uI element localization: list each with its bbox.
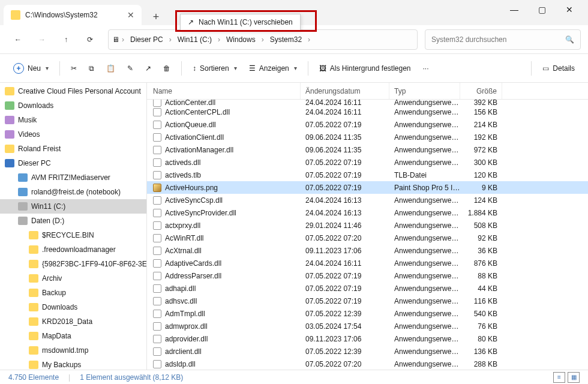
close-tab-button[interactable]: ✕ <box>127 10 134 20</box>
window-controls: — ▢ ✕ <box>500 0 583 25</box>
sidebar-item[interactable]: msdownld.tmp <box>0 343 146 358</box>
crumb-pc[interactable]: Dieser PC <box>127 33 167 46</box>
table-row[interactable]: ActiveSyncProvider.dll24.04.2024 16:13An… <box>147 206 588 219</box>
table-row[interactable]: AcXtrnal.dll09.11.2023 17:06Anwendungser… <box>147 244 588 257</box>
sidebar-item[interactable]: roland@freist.de (notebook) <box>0 185 146 199</box>
chevron-down-icon: ▾ <box>294 65 297 71</box>
sidebar-item[interactable]: KRD2018_Data <box>0 314 146 329</box>
crumb-windows[interactable]: Windows <box>223 33 259 46</box>
view-button[interactable]: ☰ Anzeigen ▾ <box>244 61 302 76</box>
sidebar-item[interactable]: AVM FRITZ!Mediaserver <box>0 170 146 185</box>
table-row[interactable]: AcWinRT.dll07.05.2022 07:20Anwendungserw… <box>147 232 588 244</box>
file-name: ActionQueue.dll <box>165 121 216 129</box>
table-row[interactable]: ActionCenter.dll24.04.2024 16:11Anwendun… <box>147 100 588 106</box>
rename-button[interactable]: ✎ <box>122 61 138 76</box>
table-row[interactable]: ActivationManager.dll09.06.2024 11:35Anw… <box>147 143 588 156</box>
new-button[interactable]: + Neu ▾ <box>8 59 53 77</box>
sidebar-item[interactable]: Daten (D:) <box>0 214 146 228</box>
cut-button[interactable]: ✂ <box>66 61 82 76</box>
sidebar-item-label: Dieser PC <box>18 159 51 167</box>
table-row[interactable]: admwprox.dll03.05.2024 17:54Anwendungser… <box>147 320 588 332</box>
table-row[interactable]: ActiveHours.png07.05.2022 07:19Paint Sho… <box>147 181 588 194</box>
separator <box>59 61 60 76</box>
table-row[interactable]: adrclient.dll07.05.2022 12:39Anwendungse… <box>147 345 588 358</box>
sidebar-item[interactable]: My Backups <box>0 358 146 370</box>
file-name: ActionCenter.dll <box>165 98 215 107</box>
file-icon <box>153 297 161 305</box>
breadcrumb[interactable]: 🖥 › Dieser PC › Win11 (C:) › Windows › S… <box>108 29 418 50</box>
set-background-button[interactable]: 🖼 Als Hintergrund festlegen <box>314 61 416 76</box>
search-input[interactable] <box>431 35 565 44</box>
sidebar-item[interactable]: Win11 (C:) <box>0 199 146 214</box>
sidebar-item[interactable]: Videos <box>0 127 146 142</box>
details-pane-button[interactable]: ▭ Details <box>538 61 580 76</box>
sidebar-item[interactable]: Downloads <box>0 98 146 113</box>
sidebar-item[interactable]: Backup <box>0 286 146 300</box>
file-date: 24.04.2024 16:11 <box>301 259 389 268</box>
paste-button[interactable]: 📋 <box>101 61 120 76</box>
table-row[interactable]: activeds.dll07.05.2022 07:19Anwendungser… <box>147 156 588 169</box>
maximize-button[interactable]: ▢ <box>528 0 556 19</box>
table-row[interactable]: ActiveSyncCsp.dll24.04.2024 16:13Anwendu… <box>147 194 588 206</box>
file-date: 24.04.2024 16:11 <box>301 98 389 107</box>
table-row[interactable]: adprovider.dll09.11.2023 17:06Anwendungs… <box>147 332 588 345</box>
column-header[interactable]: Name Änderungsdatum Typ Größe <box>147 83 588 100</box>
column-name[interactable]: Name <box>147 83 301 99</box>
table-row[interactable]: ActionCenterCPL.dll24.04.2024 16:11Anwen… <box>147 106 588 118</box>
sort-button[interactable]: ↕ Sortieren ▾ <box>188 61 242 76</box>
copy-button[interactable]: ⧉ <box>84 61 99 76</box>
file-icon <box>153 272 161 280</box>
sidebar-item[interactable]: Archiv <box>0 271 146 286</box>
table-row[interactable]: actxprxy.dll29.01.2024 11:46Anwendungser… <box>147 219 588 232</box>
table-row[interactable]: adhsvc.dll07.05.2022 07:19Anwendungserwe… <box>147 295 588 307</box>
minimize-button[interactable]: — <box>500 0 528 19</box>
sidebar-item[interactable]: MapData <box>0 329 146 343</box>
up-button[interactable]: ↑ <box>55 29 77 50</box>
table-row[interactable]: ActionQueue.dll07.05.2022 07:19Anwendung… <box>147 118 588 131</box>
details-view-button[interactable]: ≡ <box>553 372 565 383</box>
file-type: Anwendungserwe… <box>389 284 460 293</box>
forward-button[interactable]: → <box>31 29 53 50</box>
file-type: Anwendungserwe… <box>389 360 460 368</box>
refresh-button[interactable]: ⟳ <box>79 29 101 50</box>
table-row[interactable]: AddressParser.dll07.05.2022 07:19Anwendu… <box>147 269 588 282</box>
file-list[interactable]: Name Änderungsdatum Typ Größe ActionCent… <box>147 83 588 370</box>
crumb-drive[interactable]: Win11 (C:) <box>174 33 215 46</box>
new-tab-button[interactable]: + <box>148 8 164 25</box>
table-row[interactable]: ActivationClient.dll09.06.2024 11:35Anwe… <box>147 131 588 143</box>
sidebar-item[interactable]: Dieser PC <box>0 156 146 170</box>
file-name: AdaptiveCards.dll <box>165 259 221 268</box>
sidebar-item[interactable]: Downloads <box>0 300 146 314</box>
sidebar-item[interactable]: Creative Cloud Files Personal Account <box>0 84 146 98</box>
sidebar-item[interactable]: Roland Freist <box>0 142 146 156</box>
table-row[interactable]: AdmTmpl.dll07.05.2022 12:39Anwendungserw… <box>147 307 588 320</box>
sidebar[interactable]: Creative Cloud Files Personal AccountDow… <box>0 83 147 370</box>
search-box[interactable]: 🔍 <box>425 29 581 50</box>
table-row[interactable]: adhapi.dll07.05.2022 07:19Anwendungserwe… <box>147 282 588 295</box>
file-name: activeds.dll <box>165 158 200 167</box>
chevron-down-icon: ▾ <box>234 65 237 71</box>
sidebar-item[interactable]: {5982F3BC-1FF9-410F-8F62-3E2… <box>0 257 146 271</box>
close-window-button[interactable]: ✕ <box>556 0 583 19</box>
back-button[interactable]: ← <box>7 29 29 50</box>
file-icon <box>153 158 161 167</box>
column-date[interactable]: Änderungsdatum <box>301 83 389 99</box>
chevron-right-icon: › <box>122 35 124 44</box>
tab-system32[interactable]: C:\Windows\System32 ✕ <box>4 5 142 25</box>
sidebar-item[interactable]: Musik <box>0 113 146 127</box>
share-button[interactable]: ↗ <box>140 61 156 76</box>
column-type[interactable]: Typ <box>389 83 460 99</box>
table-row[interactable]: adsldp.dll07.05.2022 07:20Anwendungserwe… <box>147 358 588 370</box>
sidebar-item[interactable]: $RECYCLE.BIN <box>0 228 146 242</box>
sidebar-item[interactable]: .freedownloadmanager <box>0 242 146 257</box>
table-row[interactable]: activeds.tlb07.05.2022 07:19TLB-Datei120… <box>147 169 588 181</box>
file-type: Anwendungserwe… <box>389 234 460 242</box>
icons-view-button[interactable]: ▦ <box>568 372 580 383</box>
column-size[interactable]: Größe <box>460 83 502 99</box>
more-button[interactable]: ··· <box>418 61 434 76</box>
table-row[interactable]: AdaptiveCards.dll24.04.2024 16:11Anwendu… <box>147 257 588 269</box>
crumb-system32[interactable]: System32 <box>266 33 305 46</box>
file-size: 508 KB <box>460 221 502 230</box>
delete-button[interactable]: 🗑 <box>158 61 175 76</box>
file-size: 36 KB <box>460 247 502 255</box>
